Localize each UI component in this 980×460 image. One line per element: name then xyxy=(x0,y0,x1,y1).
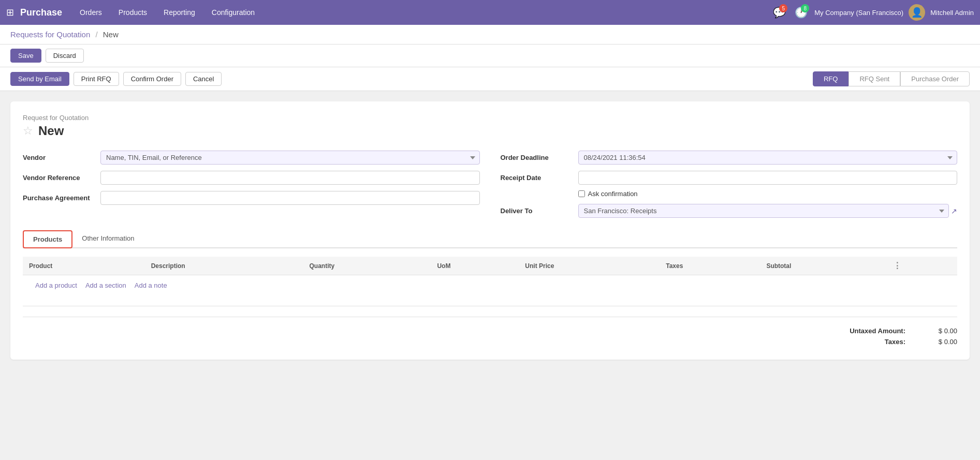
form-title: New xyxy=(38,124,64,138)
workflow-step-purchase-order[interactable]: Purchase Order xyxy=(900,71,970,86)
chat-icon-button[interactable]: 💬 5 xyxy=(771,4,787,21)
summary-section: Untaxed Amount: $ 0.00 Taxes: $ 0.00 xyxy=(23,317,957,347)
products-table: Product Description Quantity UoM Unit Pr… xyxy=(23,257,957,295)
purchase-agreement-select[interactable] xyxy=(100,191,480,205)
receipt-date-label: Receipt Date xyxy=(501,174,573,182)
deliver-to-wrapper: San Francisco: Receipts ↗ xyxy=(578,204,958,218)
tabs: Products Other Information xyxy=(23,230,957,248)
taxes-value: $ 0.00 xyxy=(916,338,957,346)
discard-button[interactable]: Discard xyxy=(46,49,84,63)
activity-icon-button[interactable]: 🕐 8 xyxy=(793,4,809,21)
deliver-to-external-link-icon[interactable]: ↗ xyxy=(951,207,957,215)
col-subtotal: Subtotal xyxy=(760,257,887,275)
form-title-row: ☆ New xyxy=(23,124,957,138)
topnav-right: 💬 5 🕐 8 My Company (San Francisco) 👤 Mit… xyxy=(771,4,974,21)
deliver-to-label: Deliver To xyxy=(501,207,573,215)
deliver-to-group: Deliver To San Francisco: Receipts ↗ xyxy=(501,204,958,218)
cancel-button[interactable]: Cancel xyxy=(185,72,222,86)
untaxed-amount-label: Untaxed Amount: xyxy=(838,327,905,335)
tab-other-info[interactable]: Other Information xyxy=(72,230,143,248)
receipt-date-group: Receipt Date xyxy=(501,171,958,185)
col-uom: UoM xyxy=(431,257,519,275)
avatar[interactable]: 👤 xyxy=(909,4,925,21)
table-options-icon[interactable]: ⋮ xyxy=(893,261,901,270)
col-taxes: Taxes xyxy=(660,257,760,275)
form-card: Request for Quotation ☆ New Vendor Name,… xyxy=(10,101,970,360)
main-content: Request for Quotation ☆ New Vendor Name,… xyxy=(0,91,980,370)
ask-confirmation-checkbox[interactable] xyxy=(578,190,585,197)
send-email-button[interactable]: Send by Email xyxy=(10,72,69,86)
purchase-agreement-label: Purchase Agreement xyxy=(23,194,95,202)
form-fields-grid: Vendor Name, TIN, Email, or Reference Ve… xyxy=(23,151,957,218)
receipt-date-select[interactable] xyxy=(578,171,958,185)
table-add-actions: Add a product Add a section Add a note xyxy=(23,275,957,296)
breadcrumb-parent[interactable]: Requests for Quotation xyxy=(10,30,90,39)
nav-products[interactable]: Products xyxy=(111,4,154,21)
form-subtitle: Request for Quotation xyxy=(23,114,957,122)
add-note-link[interactable]: Add a note xyxy=(135,281,167,289)
activity-badge: 8 xyxy=(801,4,809,12)
col-actions: ⋮ xyxy=(887,257,957,275)
purchase-agreement-group: Purchase Agreement xyxy=(23,191,480,205)
vendor-field-group: Vendor Name, TIN, Email, or Reference xyxy=(23,151,480,165)
col-unit-price: Unit Price xyxy=(519,257,660,275)
vendor-reference-group: Vendor Reference xyxy=(23,171,480,185)
print-rfq-button[interactable]: Print RFQ xyxy=(74,72,119,86)
breadcrumb-current: New xyxy=(103,30,119,39)
col-quantity: Quantity xyxy=(303,257,431,275)
ask-confirmation-label: Ask confirmation xyxy=(588,190,638,198)
order-deadline-label: Order Deadline xyxy=(501,154,573,161)
tab-products[interactable]: Products xyxy=(23,230,72,248)
confirm-order-button[interactable]: Confirm Order xyxy=(123,72,181,86)
order-deadline-group: Order Deadline xyxy=(501,151,958,165)
app-brand[interactable]: Purchase xyxy=(20,7,62,18)
ask-confirmation-group: Ask confirmation xyxy=(578,190,958,198)
breadcrumb: Requests for Quotation / New xyxy=(0,25,980,44)
workflow-bar: Send by Email Print RFQ Confirm Order Ca… xyxy=(0,67,980,91)
topnav-menu: Orders Products Reporting Configuration xyxy=(72,4,769,21)
workflow-steps: RFQ RFQ Sent Purchase Order xyxy=(813,71,970,86)
nav-configuration[interactable]: Configuration xyxy=(204,4,262,21)
untaxed-amount-row: Untaxed Amount: $ 0.00 xyxy=(23,325,957,336)
apps-icon[interactable]: ⊞ xyxy=(6,7,14,18)
table-body: Add a product Add a section Add a note xyxy=(23,275,957,296)
vendor-select[interactable]: Name, TIN, Email, or Reference xyxy=(100,151,480,165)
company-label[interactable]: My Company (San Francisco) xyxy=(814,9,903,17)
vendor-label: Vendor xyxy=(23,154,95,161)
table-row-empty: Add a product Add a section Add a note xyxy=(23,275,957,296)
table-header-row: Product Description Quantity UoM Unit Pr… xyxy=(23,257,957,275)
deliver-to-select[interactable]: San Francisco: Receipts xyxy=(578,204,949,218)
action-bar: Save Discard xyxy=(0,44,980,67)
add-product-link[interactable]: Add a product xyxy=(35,281,77,289)
divider xyxy=(23,306,957,306)
vendor-group: Vendor Name, TIN, Email, or Reference Ve… xyxy=(23,151,480,218)
col-description: Description xyxy=(145,257,303,275)
favorite-icon[interactable]: ☆ xyxy=(23,124,33,138)
taxes-label: Taxes: xyxy=(838,338,905,346)
taxes-row: Taxes: $ 0.00 xyxy=(23,336,957,347)
chat-badge: 5 xyxy=(779,4,787,12)
workflow-actions: Send by Email Print RFQ Confirm Order Ca… xyxy=(10,72,222,86)
nav-orders[interactable]: Orders xyxy=(72,4,109,21)
right-fields-group: Order Deadline Receipt Date Ask confirma… xyxy=(501,151,958,218)
nav-reporting[interactable]: Reporting xyxy=(156,4,202,21)
table-action-links: Add a product Add a section Add a note xyxy=(29,278,951,292)
vendor-reference-input[interactable] xyxy=(100,171,480,185)
workflow-step-rfq[interactable]: RFQ xyxy=(813,71,849,86)
order-deadline-input[interactable] xyxy=(578,151,958,165)
save-button[interactable]: Save xyxy=(10,49,41,63)
add-section-link[interactable]: Add a section xyxy=(85,281,126,289)
vendor-reference-label: Vendor Reference xyxy=(23,174,95,182)
admin-label: Mitchell Admin xyxy=(930,9,974,17)
col-product: Product xyxy=(23,257,145,275)
workflow-step-rfq-sent[interactable]: RFQ Sent xyxy=(849,71,900,86)
topnav: ⊞ Purchase Orders Products Reporting Con… xyxy=(0,0,980,25)
untaxed-amount-value: $ 0.00 xyxy=(916,327,957,335)
breadcrumb-separator: / xyxy=(95,30,97,39)
